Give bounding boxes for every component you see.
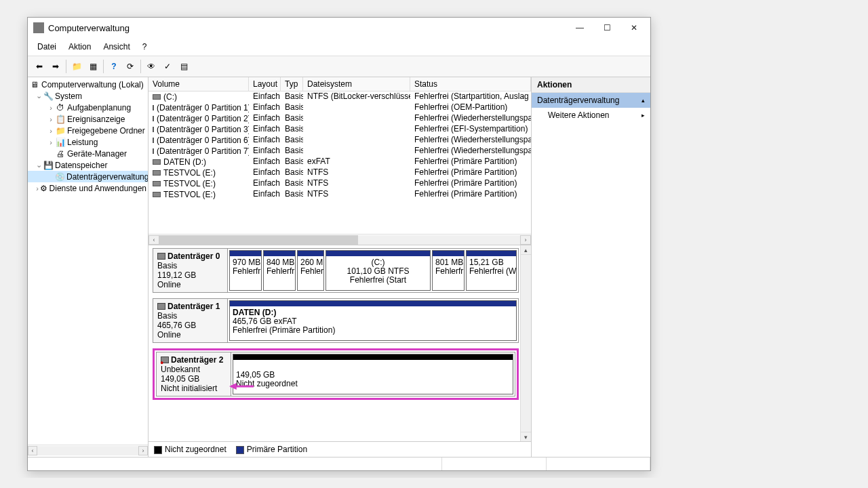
tree-label: Ereignisanzeige — [67, 115, 125, 124]
tree-dienste[interactable]: ›⚙Dienste und Anwendungen — [28, 182, 148, 194]
volume-row[interactable]: DATEN (D:)EinfachBasisexFATFehlerfrei (P… — [149, 157, 531, 167]
refresh-button[interactable]: ⟳ — [123, 59, 138, 74]
actions-dtv[interactable]: Datenträgerverwaltung ▴ — [532, 93, 650, 108]
refresh-icon: ⟳ — [127, 62, 134, 71]
scroll-up-icon[interactable]: ▴ — [521, 245, 531, 255]
partition-c[interactable]: (C:)101,10 GB NTFSFehlerfrei (Start — [326, 250, 431, 291]
menu-datei[interactable]: Datei — [32, 39, 62, 54]
settings-button[interactable]: ▤ — [176, 59, 191, 74]
scroll-left-icon[interactable]: ‹ — [149, 235, 159, 245]
disk-type: Unbekannt — [161, 365, 226, 374]
volume-icon — [153, 138, 154, 143]
expand-icon[interactable]: › — [47, 127, 55, 135]
partition[interactable]: 801 MBFehlerfr — [432, 250, 465, 291]
volume-status: Fehlerfrei (EFI-Systempartition) — [410, 124, 531, 135]
disk-scrollbar[interactable]: ▴ ▾ — [520, 245, 531, 441]
check-icon: ✓ — [164, 62, 171, 71]
maximize-button[interactable]: ☐ — [593, 18, 620, 37]
tree-leistung[interactable]: ›📊Leistung — [28, 136, 148, 148]
scroll-right-icon[interactable]: › — [520, 235, 531, 245]
volume-row[interactable]: (Datenträger 0 Partition 7)EinfachBasisF… — [149, 146, 531, 157]
part-status: Fehlerfrei (Start — [329, 276, 427, 285]
show-hide-button[interactable]: 👁 — [144, 59, 159, 74]
volume-row[interactable]: (Datenträger 0 Partition 2)EinfachBasisF… — [149, 113, 531, 124]
volume-fs: NTFS — [303, 178, 410, 189]
volume-layout: Einfach — [249, 92, 281, 102]
expand-icon[interactable]: › — [47, 115, 55, 123]
volume-row[interactable]: (Datenträger 0 Partition 3)EinfachBasisF… — [149, 124, 531, 135]
tree-geraete[interactable]: 🖨Geräte-Manager — [28, 148, 148, 159]
disk-info: Datenträger 0 Basis 119,12 GB Online — [153, 249, 228, 292]
volume-fs: NTFS — [303, 189, 410, 200]
app-icon — [33, 22, 44, 33]
tree-scrollbar[interactable]: ‹ › — [28, 445, 148, 455]
collapse-icon[interactable]: ⌄ — [35, 161, 43, 169]
col-volume[interactable]: Volume — [149, 77, 249, 91]
minimize-button[interactable]: — — [566, 18, 593, 37]
folder-up-icon: 📁 — [72, 62, 82, 71]
volume-scrollbar[interactable]: ‹ › — [149, 234, 531, 245]
tree-freigegebene[interactable]: ›📁Freigegebene Ordner — [28, 125, 148, 136]
actions-weitere[interactable]: Weitere Aktionen ▸ — [532, 108, 650, 123]
grid-icon: ▤ — [180, 62, 188, 71]
expand-icon: ▸ — [642, 112, 645, 119]
tree-datenspeicher[interactable]: ⌄💾Datenspeicher — [28, 159, 148, 171]
help-icon: ? — [111, 62, 116, 71]
tree-ereignis[interactable]: ›📋Ereignisanzeige — [28, 113, 148, 125]
partition[interactable]: 840 MBFehlerfr — [263, 250, 296, 291]
volume-row[interactable]: (Datenträger 0 Partition 6)EinfachBasisF… — [149, 135, 531, 146]
volume-layout: Einfach — [249, 157, 281, 167]
volume-row[interactable]: (C:)EinfachBasisNTFS (BitLocker-verschlü… — [149, 92, 531, 102]
tree-aufgaben[interactable]: ›⏱Aufgabenplanung — [28, 102, 148, 113]
close-button[interactable]: ✕ — [620, 18, 648, 37]
volume-status: Fehlerfrei (Startpartition, Auslag — [410, 92, 531, 102]
scroll-track[interactable] — [37, 446, 138, 455]
menu-ansicht[interactable]: Ansicht — [98, 39, 135, 54]
computer-icon: 🖥 — [29, 80, 40, 89]
col-dateisystem[interactable]: Dateisystem — [303, 77, 410, 91]
partition[interactable]: 260 MFehler — [297, 250, 324, 291]
view-button[interactable]: ▦ — [85, 59, 100, 74]
partition-d[interactable]: DATEN (D:)465,76 GB exFATFehlerfrei (Pri… — [229, 300, 517, 341]
back-button[interactable]: ⬅ — [32, 59, 47, 74]
help-button[interactable]: ? — [106, 59, 121, 74]
scroll-thumb[interactable] — [159, 235, 358, 245]
col-status[interactable]: Status — [410, 77, 531, 91]
check-button[interactable]: ✓ — [160, 59, 175, 74]
expand-icon[interactable]: › — [47, 138, 55, 146]
disk-info: Datenträger 1 Basis 465,76 GB Online — [153, 299, 228, 342]
col-typ[interactable]: Typ — [281, 77, 303, 91]
actions-label: Datenträgerverwaltung — [537, 96, 619, 105]
scroll-track[interactable] — [159, 235, 520, 245]
expand-icon[interactable]: › — [47, 104, 55, 112]
expand-icon[interactable]: › — [35, 184, 40, 192]
disk-0[interactable]: Datenträger 0 Basis 119,12 GB Online 970… — [153, 248, 519, 293]
partition[interactable]: 15,21 GBFehlerfrei (Wi — [466, 250, 517, 291]
forward-button[interactable]: ➡ — [48, 59, 63, 74]
disk-size: 119,12 GB — [157, 270, 223, 280]
collapse-icon[interactable]: ⌄ — [35, 92, 43, 100]
scroll-right-icon[interactable]: › — [138, 446, 148, 455]
volume-row[interactable]: TESTVOL (E:)EinfachBasisNTFSFehlerfrei (… — [149, 167, 531, 178]
volume-row[interactable]: (Datenträger 0 Partition 1)EinfachBasisF… — [149, 102, 531, 113]
tree-system[interactable]: ⌄🔧System — [28, 90, 148, 102]
tree-datentraeger[interactable]: 💿Datenträgerverwaltung — [28, 171, 148, 182]
partition[interactable]: 970 MBFehlerfr — [229, 250, 262, 291]
disk-2[interactable]: Datenträger 2 Unbekannt 149,05 GB Nicht … — [156, 352, 515, 396]
disk-1[interactable]: Datenträger 1 Basis 465,76 GB Online DAT… — [153, 298, 519, 343]
event-icon: 📋 — [55, 115, 66, 124]
menu-help[interactable]: ? — [137, 39, 153, 54]
volume-row[interactable]: TESTVOL (E:)EinfachBasisNTFSFehlerfrei (… — [149, 178, 531, 189]
tree-root[interactable]: 🖥Computerverwaltung (Lokal) — [28, 79, 148, 90]
menu-aktion[interactable]: Aktion — [63, 39, 96, 54]
col-layout[interactable]: Layout — [249, 77, 281, 91]
share-icon: 📁 — [55, 126, 66, 136]
scroll-left-icon[interactable]: ‹ — [28, 446, 37, 455]
volume-name: (C:) — [163, 92, 177, 102]
up-button[interactable]: 📁 — [69, 59, 84, 74]
volume-row[interactable]: TESTVOL (E:)EinfachBasisNTFSFehlerfrei (… — [149, 189, 531, 200]
partition-unallocated[interactable]: 149,05 GBNicht zugeordnet — [233, 354, 513, 394]
disk-icon — [157, 253, 165, 260]
scroll-down-icon[interactable]: ▾ — [521, 432, 531, 441]
volume-fs — [303, 113, 410, 124]
